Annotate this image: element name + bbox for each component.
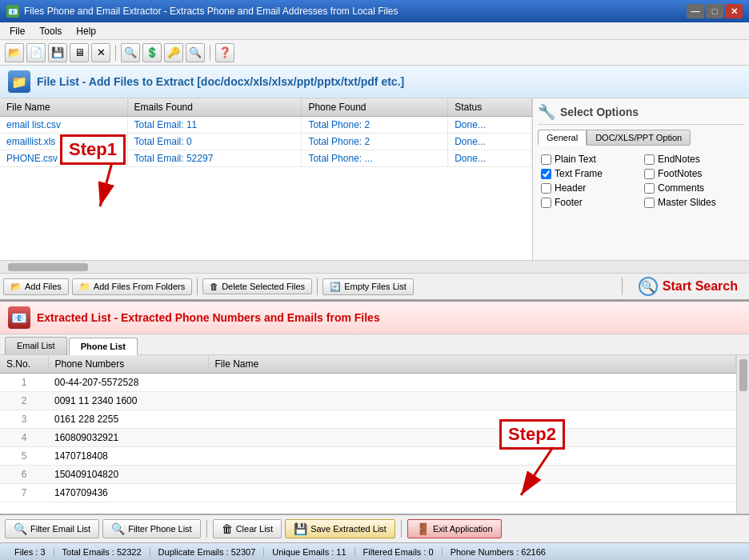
phone-2: 0161 228 2255	[48, 410, 208, 429]
col-sno: S.No.	[0, 355, 48, 374]
extracted-title: Extracted List - Extracted Phone Numbers…	[37, 311, 380, 324]
step2-arrow	[509, 443, 573, 507]
status-duplicate-emails: Duplicate Emails : 52307	[150, 547, 265, 557]
step1-arrow	[88, 162, 136, 218]
options-header: 🔧 Select Options	[538, 103, 744, 125]
app-title: Files Phone and Email Extractor - Extrac…	[24, 6, 399, 17]
option-comments: Comments	[644, 182, 741, 194]
delete-selected-button[interactable]: 🗑 Delete Selected Files	[202, 278, 312, 294]
add-folders-label: Add Files From Folders	[94, 282, 185, 291]
bottom-toolbar: 🔍 Filter Email List 🔍 Filter Phone List …	[0, 514, 749, 542]
label-text-frame: Text Frame	[555, 168, 603, 179]
empty-icon: 🔄	[330, 282, 341, 292]
phone-found-0: Total Phone: 2	[302, 117, 448, 134]
option-footer: Footer	[541, 197, 638, 208]
minimize-button[interactable]: —	[687, 4, 704, 18]
start-search-button[interactable]: 🔍 Start Search	[631, 274, 746, 299]
data-table: S.No. Phone Numbers File Name 1 00-44-20…	[0, 355, 736, 502]
file-name-1[interactable]: emaillist.xls	[6, 136, 55, 147]
filter-email-button[interactable]: 🔍 Filter Email List	[5, 519, 99, 538]
phone-0: 00-44-207-5572528	[48, 374, 208, 392]
main-toolbar: 📂 📄 💾 🖥 ✕ 🔍 💲 🔑 🔍 ❓	[0, 40, 749, 66]
save-label: Save Extracted List	[310, 524, 387, 534]
checkbox-footer[interactable]	[541, 198, 551, 208]
checkbox-comments[interactable]	[644, 183, 655, 194]
phone-1: 0091 11 2340 1600	[48, 392, 208, 410]
menu-tools[interactable]: Tools	[33, 24, 68, 38]
col-file-name: File Name	[208, 355, 736, 374]
title-bar: 📧 Files Phone and Email Extractor - Extr…	[0, 0, 749, 22]
file-4	[208, 447, 736, 466]
file-name-2[interactable]: PHONE.csv	[6, 153, 58, 164]
exit-button[interactable]: 🚪 Exit Application	[407, 519, 502, 538]
phone-6: 1470709436	[48, 484, 208, 502]
label-header: Header	[555, 182, 586, 194]
file-list-icon: 📁	[8, 70, 30, 93]
checkbox-endnotes[interactable]	[644, 154, 655, 165]
delete-icon: 🗑	[210, 282, 218, 291]
filter-phone-button[interactable]: 🔍 Filter Phone List	[102, 519, 200, 538]
label-endnotes: EndNotes	[658, 154, 700, 165]
checkbox-footnotes[interactable]	[644, 169, 655, 179]
data-scroll-area[interactable]: S.No. Phone Numbers File Name 1 00-44-20…	[0, 355, 736, 514]
vscroll-thumb[interactable]	[739, 359, 747, 391]
toolbar-help-btn[interactable]: ❓	[215, 43, 234, 62]
phone-found-2: Total Phone: ...	[302, 150, 448, 167]
save-extracted-button[interactable]: 💾 Save Extracted List	[285, 519, 395, 538]
table-row: 7 1470709436	[0, 484, 736, 502]
toolbar-filter-btn[interactable]: 🔍	[121, 43, 140, 62]
file-table-container: File Name Emails Found Phone Found Statu…	[0, 98, 533, 260]
maximize-button[interactable]: □	[706, 4, 723, 18]
file-0	[208, 374, 736, 392]
add-files-button[interactable]: 📂 Add Files	[3, 278, 69, 295]
checkbox-master-slides[interactable]	[644, 198, 655, 208]
label-plain-text: Plain Text	[555, 154, 596, 165]
svg-line-3	[521, 447, 553, 495]
toolbar-save-btn[interactable]: 💾	[48, 43, 67, 62]
toolbar-new-btn[interactable]: 📄	[26, 43, 46, 62]
phone-found-1: Total Phone: 2	[302, 134, 448, 150]
menu-help[interactable]: Help	[70, 24, 102, 38]
title-bar-left: 📧 Files Phone and Email Extractor - Extr…	[6, 5, 399, 18]
status-1: Done...	[448, 134, 532, 150]
row-num-4: 5	[0, 447, 48, 466]
status-bar: Files : 3 Total Emails : 52322 Duplicate…	[0, 542, 749, 560]
hscroll-thumb[interactable]	[8, 263, 88, 271]
empty-files-button[interactable]: 🔄 Empty Files List	[322, 278, 414, 295]
toolbar-close-btn[interactable]: ✕	[91, 43, 110, 62]
tab-phone-list[interactable]: Phone List	[69, 338, 138, 355]
checkbox-plain-text[interactable]	[541, 154, 551, 165]
toolbar-search-btn[interactable]: 🔍	[186, 43, 205, 62]
add-files-from-folders-button[interactable]: 📁 Add Files From Folders	[72, 278, 192, 295]
toolbar-key-btn[interactable]: 🔑	[164, 43, 183, 62]
status-0: Done...	[448, 117, 532, 134]
file-toolbar-sep-1	[197, 278, 198, 295]
toolbar-monitor-btn[interactable]: 🖥	[70, 43, 89, 62]
row-num-0: 1	[0, 374, 48, 392]
tab-general[interactable]: General	[538, 130, 587, 146]
email-found-1: Total Email: 0	[127, 134, 302, 150]
file-name-0[interactable]: email list.csv	[6, 119, 61, 130]
file-list-section: 📁 File List - Add Files to Extract [doc/…	[0, 66, 749, 302]
file-list-title: File List - Add Files to Extract [doc/do…	[37, 75, 404, 88]
menu-file[interactable]: File	[3, 24, 31, 38]
checkbox-header[interactable]	[541, 183, 551, 194]
clear-list-button[interactable]: 🗑 Clear List	[213, 519, 282, 538]
checkbox-text-frame[interactable]	[541, 169, 551, 179]
close-button[interactable]: ✕	[725, 4, 743, 18]
toolbar-open-btn[interactable]: 📂	[5, 43, 24, 62]
vscroll[interactable]	[736, 355, 749, 514]
menu-bar: File Tools Help	[0, 22, 749, 40]
filter-phone-icon: 🔍	[111, 522, 125, 535]
add-files-label: Add Files	[25, 282, 62, 291]
file-3	[208, 429, 736, 447]
toolbar-dollar-btn[interactable]: 💲	[142, 43, 162, 62]
row-num-6: 7	[0, 484, 48, 502]
file-list-hscroll[interactable]	[0, 260, 749, 273]
tab-email-list[interactable]: Email List	[5, 337, 67, 354]
tab-doc-xls-ppt[interactable]: DOC/XLS/PPT Option	[587, 130, 691, 146]
option-footnotes: FootNotes	[644, 168, 741, 179]
table-row[interactable]: email list.csv Total Email: 11 Total Pho…	[0, 117, 532, 134]
data-table-container: Step2 S.No. Phone Numbers F	[0, 355, 749, 514]
table-row: 1 00-44-207-5572528	[0, 374, 736, 392]
